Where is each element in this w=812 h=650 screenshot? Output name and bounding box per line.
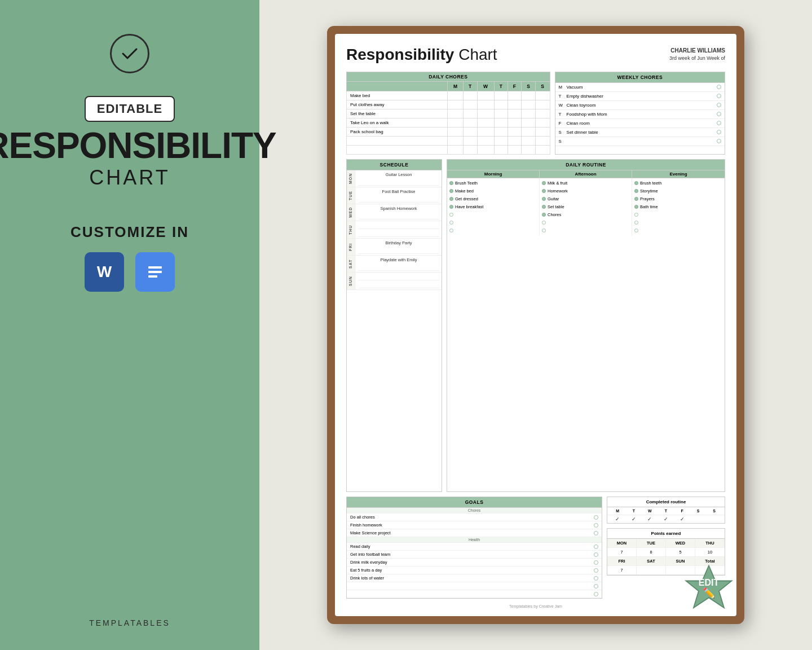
routine-item [634, 211, 722, 219]
svg-rect-0 [148, 266, 162, 269]
circle-indicator[interactable] [594, 523, 598, 528]
circle-indicator[interactable] [594, 515, 598, 520]
goals-section-header: Health [347, 537, 602, 543]
brand-label: TEMPLATABLES [89, 618, 170, 627]
routine-sub-header: Morning Afternoon Evening [447, 170, 725, 178]
routine-body: Brush TeethMake bedGet dressedHave break… [447, 178, 725, 236]
bottom-section: GOALS ChoresDo all choresFinish homework… [346, 497, 725, 599]
circle-indicator[interactable] [717, 112, 721, 116]
circle-indicator[interactable] [594, 576, 598, 581]
edit-pencil-icon: ✏️ [699, 588, 719, 599]
svg-rect-2 [148, 275, 157, 278]
main-title-line2: CHART [89, 166, 170, 190]
list-item: FClean room [555, 119, 725, 128]
circle-indicator[interactable] [717, 103, 721, 107]
middle-section: SCHEDULE MONGuitar LessonTUEFoot Ball Pr… [346, 159, 725, 492]
routine-header: DAILY ROUTINE [447, 160, 725, 170]
routine-dot[interactable] [634, 221, 638, 225]
docs-icon[interactable] [135, 252, 175, 292]
list-item: MVacuum [555, 83, 725, 92]
goal-item [347, 590, 602, 598]
doc-meta: CHARLIE WILLIAMS 3rd week of Jun Week of [669, 46, 725, 63]
app-icons: W [70, 252, 189, 292]
routine-dot[interactable] [542, 221, 546, 225]
routine-item: Guitar [542, 195, 629, 203]
schedule-header: SCHEDULE [347, 160, 442, 170]
routine-dot[interactable] [449, 205, 453, 209]
circle-indicator[interactable] [594, 544, 598, 549]
circle-indicator[interactable] [594, 552, 598, 557]
routine-dot[interactable] [449, 189, 453, 193]
routine-dot[interactable] [449, 229, 453, 232]
schedule-event: Birthday Party [358, 240, 439, 246]
editable-badge: EDITABLE [85, 96, 175, 122]
table-row: Put clothes away [347, 100, 550, 109]
circle-indicator[interactable] [717, 85, 721, 89]
routine-dot[interactable] [634, 181, 638, 185]
schedule-day-block: WEDSpanish Homework [347, 204, 442, 221]
table-row: Set the table [347, 109, 550, 118]
routine-col: Brush TeethMake bedGet dressedHave break… [447, 178, 540, 236]
circle-indicator[interactable] [594, 568, 598, 573]
goal-item [347, 582, 602, 590]
weekly-chores-body: MVacuumTEmpty dishwasherWClean toyroomTF… [555, 83, 725, 146]
routine-dot[interactable] [634, 205, 638, 209]
circle-indicator[interactable] [717, 130, 721, 134]
circle-indicator[interactable] [594, 584, 598, 588]
circle-indicator[interactable] [594, 592, 598, 596]
routine-dot[interactable] [449, 197, 453, 201]
table-row: Make bed [347, 91, 550, 100]
routine-dot[interactable] [542, 189, 546, 193]
left-panel: EDITABLE RESPONSIBILITY CHART CUSTOMIZE … [0, 0, 259, 650]
doc-header: Responsibility Chart CHARLIE WILLIAMS 3r… [346, 46, 725, 64]
daily-chores-header: DAILY CHORES [347, 72, 550, 81]
routine-item [449, 227, 537, 235]
routine-item: Bath time [634, 203, 722, 211]
routine-dot[interactable] [542, 197, 546, 201]
routine-dot[interactable] [449, 181, 453, 185]
circle-indicator[interactable] [717, 94, 721, 98]
weekly-chores-header: WEEKLY CHORES [555, 72, 725, 83]
circle-indicator[interactable] [594, 560, 598, 565]
table-row: Take Leo on a walk [347, 118, 550, 127]
goals-section-header: Chores [347, 508, 602, 513]
schedule-day-block: THU [347, 221, 442, 239]
routine-item [449, 219, 537, 227]
routine-dot[interactable] [542, 205, 546, 209]
table-row [347, 145, 550, 154]
routine-item: Brush Teeth [449, 179, 537, 187]
routine-dot[interactable] [634, 189, 638, 193]
routine-item: Prayers [634, 195, 722, 203]
right-panel: Responsibility Chart CHARLIE WILLIAMS 3r… [259, 0, 812, 650]
word-icon[interactable]: W [85, 252, 124, 292]
svg-rect-1 [148, 271, 162, 273]
routine-dot[interactable] [542, 181, 546, 185]
schedule-event: Playdate with Emily [358, 257, 439, 263]
routine-item: Set table [542, 203, 629, 211]
routine-dot[interactable] [634, 213, 638, 217]
routine-dot[interactable] [634, 197, 638, 201]
routine-dot[interactable] [634, 229, 638, 232]
circle-indicator[interactable] [717, 121, 721, 125]
main-title-line1: RESPONSIBILITY [0, 128, 276, 164]
list-item: S [555, 137, 725, 146]
routine-col: Milk & fruitHomeworkGuitarSet tableChore… [540, 178, 632, 236]
goal-item: Eat 5 fruits a day [347, 566, 602, 574]
footer-text: Templatables by Creative Jam [346, 604, 725, 608]
doc-title: Responsibility Chart [346, 46, 497, 64]
circle-indicator[interactable] [594, 531, 598, 535]
routine-dot[interactable] [449, 213, 453, 217]
routine-dot[interactable] [542, 229, 546, 232]
routine-item: Chores [542, 211, 629, 219]
circle-indicator[interactable] [717, 139, 721, 143]
routine-item: Make bed [449, 187, 537, 195]
schedule-event: Spanish Homework [358, 205, 439, 212]
routine-dot[interactable] [542, 213, 546, 217]
list-item: TFoodshop with Mom [555, 110, 725, 119]
routine-dot[interactable] [449, 221, 453, 225]
daily-chores-table: DAILY CHORES M T W T F S S [346, 72, 550, 155]
table-row: Pack school bag [347, 127, 550, 136]
routine-item [634, 219, 722, 227]
goal-item: Drink milk everyday [347, 559, 602, 566]
edit-badge-container[interactable]: EDIT ✏️ [683, 563, 734, 614]
